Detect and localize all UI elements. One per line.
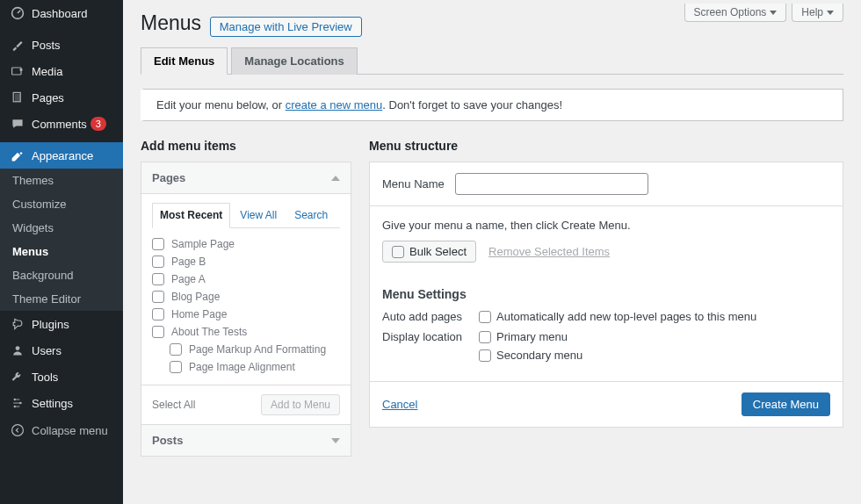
page-label: Home Page: [171, 308, 227, 320]
page-label: Blog Page: [171, 291, 220, 303]
plugins-icon: [9, 317, 26, 331]
menu-name-label: Menu Name: [382, 177, 445, 191]
sidebar-item-label: Plugins: [32, 318, 69, 331]
add-to-menu-button[interactable]: Add to Menu: [261, 394, 340, 415]
menu-settings-heading: Menu Settings: [382, 287, 830, 301]
create-new-menu-link[interactable]: create a new menu: [286, 98, 383, 112]
svg-point-5: [16, 346, 20, 350]
sidebar-item-label: Tools: [32, 371, 58, 384]
page-checkbox[interactable]: [170, 343, 182, 356]
submenu-customize[interactable]: Customize: [0, 192, 123, 216]
svg-rect-4: [15, 94, 20, 102]
menu-name-input[interactable]: [455, 173, 648, 195]
create-menu-button[interactable]: Create Menu: [742, 392, 830, 416]
sidebar-item-pages[interactable]: Pages: [0, 84, 123, 111]
page-label: Page Image Alignment: [189, 361, 295, 373]
page-item[interactable]: Page Image Alignment: [152, 358, 340, 376]
notice-text-pre: Edit your menu below, or: [156, 98, 286, 112]
help-button[interactable]: Help: [792, 4, 843, 22]
sidebar-item-media[interactable]: Media: [0, 58, 123, 84]
sidebar-item-label: Appearance: [32, 149, 93, 162]
page-checkbox[interactable]: [152, 326, 164, 338]
sidebar-item-posts[interactable]: Posts: [0, 32, 123, 58]
auto-add-checkbox[interactable]: [479, 311, 491, 323]
page-label: Page A: [171, 273, 206, 285]
sidebar-item-label: Pages: [32, 91, 64, 104]
page-checkbox[interactable]: [152, 256, 164, 268]
collapse-icon: [9, 423, 26, 437]
collapse-menu-button[interactable]: Collapse menu: [0, 416, 123, 444]
accordion-pages: Pages Most Recent View All Search Sample…: [141, 162, 351, 425]
page-label: About The Tests: [171, 326, 247, 338]
sidebar-item-appearance[interactable]: Appearance: [0, 142, 123, 169]
page-item[interactable]: Page Markup And Formatting: [152, 341, 340, 358]
page-checkbox[interactable]: [152, 273, 164, 285]
page-item[interactable]: Page B: [152, 253, 340, 270]
submenu-theme-editor[interactable]: Theme Editor: [0, 287, 123, 311]
submenu-widgets[interactable]: Widgets: [0, 216, 123, 240]
pushpin-icon: [9, 38, 26, 52]
auto-add-option[interactable]: Automatically add new top-level pages to…: [479, 310, 830, 323]
page-checkbox[interactable]: [152, 308, 164, 320]
tab-search[interactable]: Search: [286, 203, 336, 227]
page-checkbox[interactable]: [152, 291, 164, 303]
accordion-posts-header[interactable]: Posts: [141, 425, 351, 456]
screen-options-button[interactable]: Screen Options: [684, 4, 787, 22]
submenu-themes[interactable]: Themes: [0, 169, 123, 192]
live-preview-button[interactable]: Manage with Live Preview: [210, 17, 362, 37]
bulk-select-checkbox[interactable]: [392, 246, 404, 258]
notice-text-post: . Don't forget to save your changes!: [382, 98, 562, 112]
nav-tabs: Edit Menus Manage Locations: [141, 47, 843, 75]
page-item[interactable]: About The Tests: [152, 323, 340, 341]
intro-text: Give your menu a name, then click Create…: [382, 219, 830, 232]
chevron-down-icon: [331, 438, 340, 443]
bulk-select-button[interactable]: Bulk Select: [382, 241, 476, 263]
add-menu-items-heading: Add menu items: [141, 139, 351, 153]
sidebar-item-label: Settings: [32, 397, 73, 410]
page-label: Page B: [171, 256, 206, 268]
location-primary[interactable]: Primary menu: [479, 330, 830, 343]
sidebar-item-label: Media: [32, 65, 62, 78]
sidebar-item-plugins[interactable]: Plugins: [0, 311, 123, 337]
sidebar-item-comments[interactable]: Comments 3: [0, 111, 123, 137]
page-item[interactable]: Blog Page: [152, 288, 340, 306]
pages-icon: [9, 90, 26, 104]
sidebar-item-settings[interactable]: Settings: [0, 390, 123, 416]
comment-icon: [9, 117, 26, 131]
page-label: Sample Page: [171, 238, 235, 250]
page-item[interactable]: Page A: [152, 270, 340, 288]
location-primary-checkbox[interactable]: [479, 331, 491, 343]
accordion-pages-header[interactable]: Pages: [141, 162, 351, 193]
users-icon: [9, 343, 26, 357]
page-checkbox-list: Sample PagePage BPage ABlog PageHome Pag…: [152, 235, 340, 376]
tab-edit-menus[interactable]: Edit Menus: [141, 47, 228, 75]
pages-tabs: Most Recent View All Search: [152, 203, 340, 228]
sidebar-item-tools[interactable]: Tools: [0, 364, 123, 390]
cancel-link[interactable]: Cancel: [382, 398, 417, 411]
sidebar-item-users[interactable]: Users: [0, 337, 123, 364]
submenu-background[interactable]: Background: [0, 263, 123, 287]
menu-structure-panel: Menu Name Give your menu a name, then cl…: [369, 162, 843, 428]
location-secondary[interactable]: Secondary menu: [479, 349, 830, 362]
svg-point-8: [14, 406, 16, 407]
tab-manage-locations[interactable]: Manage Locations: [231, 47, 357, 75]
media-icon: [9, 64, 26, 78]
tools-icon: [9, 370, 26, 384]
dashboard-icon: [9, 6, 26, 20]
settings-icon: [9, 396, 26, 410]
svg-point-6: [14, 399, 16, 400]
page-item[interactable]: Sample Page: [152, 235, 340, 253]
sidebar-item-label: Posts: [32, 39, 61, 52]
sidebar-item-label: Dashboard: [32, 7, 88, 20]
tab-most-recent[interactable]: Most Recent: [152, 203, 230, 228]
remove-selected-link[interactable]: Remove Selected Items: [488, 245, 610, 258]
sidebar-item-dashboard[interactable]: Dashboard: [0, 0, 123, 26]
page-item[interactable]: Home Page: [152, 306, 340, 323]
tab-view-all[interactable]: View All: [232, 203, 285, 227]
submenu-menus[interactable]: Menus: [0, 240, 123, 263]
page-checkbox[interactable]: [170, 361, 182, 373]
location-secondary-checkbox[interactable]: [479, 349, 491, 362]
page-checkbox[interactable]: [152, 238, 164, 250]
select-all-link[interactable]: Select All: [152, 399, 195, 411]
sidebar-item-label: Users: [32, 344, 62, 357]
